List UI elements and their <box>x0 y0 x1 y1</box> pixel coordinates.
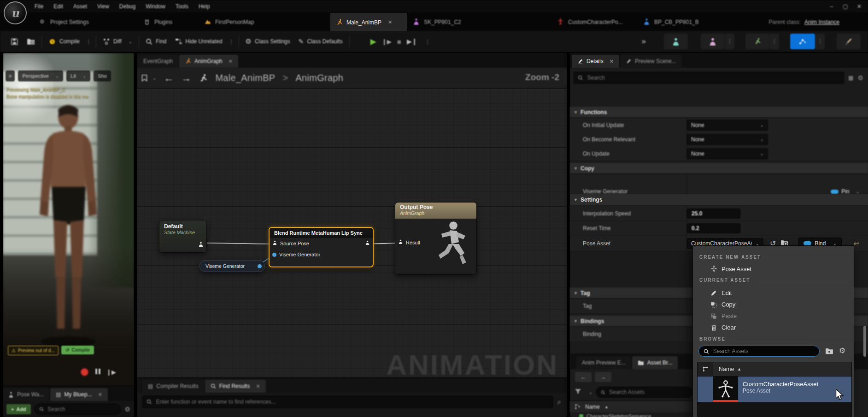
tab-anim-preview-editor[interactable]: Anim Preview E... <box>576 356 631 369</box>
browse-asset-button[interactable] <box>23 31 39 52</box>
tab-eventgraph[interactable]: EventGraph <box>138 55 178 68</box>
history-forward-icon[interactable]: → <box>595 372 611 382</box>
menu-item-edit[interactable]: Edit <box>693 287 854 299</box>
menu-item-clear[interactable]: Clear <box>693 322 854 333</box>
minimize-button[interactable]: – <box>825 1 839 12</box>
asset-browser-search[interactable] <box>596 387 692 398</box>
menu-asset-list-header[interactable]: Name ▲ <box>698 362 851 376</box>
compile-options-icon[interactable]: ⋮ <box>84 38 94 45</box>
section-settings[interactable]: ▾ Settings <box>570 194 868 205</box>
tab-details[interactable]: Details ✕ <box>572 55 619 68</box>
menu-edit[interactable]: Edit <box>48 0 68 13</box>
menu-item-copy[interactable]: Copy <box>693 299 854 310</box>
tab-find-results[interactable]: Find Results ✕ <box>205 380 266 393</box>
breadcrumb-root[interactable]: Male_AnimBP <box>215 73 275 83</box>
viewport-3d-scene[interactable] <box>3 53 134 386</box>
tab-compiler-results[interactable]: ▤ Compiler Results <box>142 380 204 393</box>
menu-tools[interactable]: Tools <box>170 0 194 13</box>
details-search-input[interactable] <box>586 74 840 81</box>
anim-mode-options-icon[interactable]: ⋮ <box>770 34 779 49</box>
my-blueprint-search[interactable] <box>35 404 121 415</box>
viseme-pin-binding-combo[interactable]: Pin ⌄ <box>831 188 860 195</box>
hide-unrelated-options-icon[interactable]: ⋮ <box>227 38 236 45</box>
menu-search-assets-input[interactable] <box>712 348 815 355</box>
pose-output-pin[interactable] <box>198 242 204 249</box>
menu-folder-icon[interactable] <box>825 348 833 356</box>
class-defaults-button[interactable]: ✎ Class Defaults <box>294 31 347 52</box>
advance-icon[interactable]: ▶❙ <box>407 38 417 45</box>
object-input-pin[interactable] <box>272 253 276 257</box>
menu-help[interactable]: Help <box>194 0 215 13</box>
tab-firstpersonmap[interactable]: FirstPersonMap <box>199 13 260 31</box>
pose-input-pin[interactable] <box>398 239 403 246</box>
tab-male-animbp[interactable]: Male_AnimBP ✕ <box>330 13 407 31</box>
section-functions[interactable]: ▾ Functions <box>570 107 868 118</box>
menu-selected-asset-row[interactable]: CustomCharacterPoseAsset Pose Asset <box>698 376 851 402</box>
hide-unrelated-button[interactable]: Hide Unrelated <box>171 31 227 52</box>
nav-forward-icon[interactable]: → <box>181 72 191 84</box>
anim-mode-button[interactable] <box>745 34 769 49</box>
breadcrumb-leaf[interactable]: AnimGraph <box>295 73 343 83</box>
close-button[interactable]: ✕ <box>852 1 866 12</box>
interpolation-speed-input[interactable]: 25.0 <box>687 208 740 219</box>
find-button[interactable]: Find <box>141 31 170 52</box>
play-icon[interactable]: ▶ <box>370 37 376 46</box>
reset-to-default-icon[interactable]: ↩ <box>854 240 859 247</box>
menu-file[interactable]: File <box>29 0 48 13</box>
overflow-chevron-icon[interactable]: » <box>638 31 650 52</box>
menu-item-new-pose-asset[interactable]: Pose Asset <box>693 263 854 275</box>
find-references-input[interactable] <box>155 398 549 405</box>
pose-input-pin[interactable] <box>272 240 277 247</box>
menu-settings-gear-icon[interactable]: ⚙ <box>839 346 845 355</box>
node-output-pose[interactable]: Output Pose AnimGraph Result <box>395 202 477 275</box>
tab-bp-cb-pp801-b[interactable]: BP_CB_PP801_B <box>638 13 704 31</box>
tab-preview-scene[interactable]: Preview Scene... <box>620 55 682 68</box>
persona-pink-options-icon[interactable]: ⋮ <box>725 34 734 49</box>
node-blend-runtime-metahuman-lipsync[interactable]: Blend Runtime MetaHuman Lip Sync Source … <box>269 227 374 267</box>
node-viseme-generator-variable[interactable]: Viseme Generator <box>199 260 265 272</box>
play-options-icon[interactable]: ⋮ <box>422 38 432 45</box>
lit-button[interactable]: Lit⌄ <box>66 70 90 81</box>
close-tab-icon[interactable]: ✕ <box>388 19 392 25</box>
menu-item-paste[interactable]: Paste <box>693 310 854 322</box>
graph-canvas[interactable]: ANIMATION Default State Machine Viseme G… <box>137 88 567 377</box>
paint-mode-button[interactable] <box>837 34 861 49</box>
object-output-pin[interactable] <box>258 264 262 268</box>
add-button[interactable]: + Add <box>6 404 31 414</box>
close-icon[interactable]: ✕ <box>610 58 614 64</box>
nav-back-icon[interactable]: ← <box>164 72 174 84</box>
viewport-menu-icon[interactable]: ≡ <box>6 70 15 81</box>
perspective-button[interactable]: Perspective⌄ <box>18 70 63 81</box>
asset-browser-search-input[interactable] <box>608 388 688 396</box>
frame-skip-icon[interactable]: ❙▶ <box>382 38 392 45</box>
reset-time-input[interactable]: 0.2 <box>687 223 740 233</box>
display-options-icon[interactable]: ▦ <box>848 75 853 81</box>
blueprint-mode-options-icon[interactable]: ⋮ <box>815 34 825 49</box>
details-settings-gear-icon[interactable]: ⚙ <box>857 74 863 81</box>
menu-asset[interactable]: Asset <box>68 0 92 13</box>
bookmark-icon[interactable]: ⌄ <box>141 75 156 81</box>
menu-debug[interactable]: Debug <box>114 0 141 13</box>
filter-icon[interactable] <box>575 388 581 396</box>
history-back-icon[interactable]: ← <box>575 372 592 382</box>
menu-view[interactable]: View <box>92 0 114 13</box>
tab-project-settings[interactable]: ⚙ Project Settings <box>34 13 94 31</box>
viewport-compile-button[interactable]: ↺ Compile <box>61 346 94 354</box>
tab-pose-watch[interactable]: Pose Wa... <box>3 388 49 401</box>
tab-asset-browser[interactable]: Asset Br... <box>632 356 678 369</box>
tab-sk-pp801-c2[interactable]: SK_PP801_C2 <box>408 13 467 31</box>
details-search[interactable] <box>574 72 844 84</box>
on-become-relevant-combo[interactable]: None⌄ <box>687 134 768 145</box>
tab-customcharacterpose[interactable]: CustomCharacterPo... <box>552 13 628 31</box>
pause-icon[interactable] <box>94 369 101 376</box>
scrollbar-thumb[interactable] <box>863 326 866 357</box>
save-button[interactable] <box>6 31 23 52</box>
tab-animgraph[interactable]: AnimGraph ✕ <box>179 55 238 68</box>
close-icon[interactable]: ✕ <box>229 58 233 64</box>
tab-my-blueprint[interactable]: ▤ My Bluep... ✕ <box>50 388 108 401</box>
find-references-search[interactable] <box>142 396 553 408</box>
asset-list-header[interactable]: Name ▲ <box>570 400 692 412</box>
parent-class-link[interactable]: Anim Instance <box>804 19 839 25</box>
preview-out-of-date-button[interactable]: ⚠ Preview out of d... <box>8 346 59 355</box>
menu-window[interactable]: Window <box>141 0 170 13</box>
